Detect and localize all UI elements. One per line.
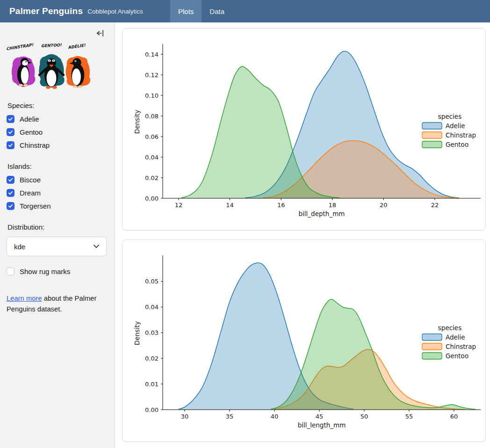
svg-text:Chinstrap: Chinstrap [446, 343, 476, 350]
svg-text:35: 35 [226, 413, 234, 420]
main-content: 1214161820220.000.020.040.060.080.100.12… [115, 22, 490, 448]
svg-text:0.05: 0.05 [145, 278, 159, 285]
svg-text:0.01: 0.01 [145, 381, 159, 388]
svg-text:0.00: 0.00 [145, 406, 159, 413]
bill-length-density-plot: 303540455055600.000.010.020.030.040.05bi… [122, 240, 485, 433]
chinstrap-label: CHINSTRAP! [7, 42, 34, 51]
navbar: Palmer Penguins Cobblepot Analytics Plot… [0, 0, 490, 22]
svg-text:Density: Density [133, 321, 141, 345]
checkbox[interactable] [7, 128, 14, 136]
checkbox-label: Torgersen [20, 202, 51, 210]
species-checkbox-gentoo[interactable]: Gentoo [7, 128, 107, 136]
checkbox-label: Chinstrap [20, 141, 50, 149]
svg-text:16: 16 [277, 202, 285, 209]
svg-text:Gentoo: Gentoo [446, 141, 468, 148]
svg-text:0.12: 0.12 [145, 72, 159, 79]
check-icon [8, 203, 13, 209]
svg-text:40: 40 [271, 413, 279, 420]
check-icon [8, 177, 13, 182]
check-icon [8, 116, 13, 122]
distribution-select[interactable]: kde [7, 237, 107, 256]
learn-more-link[interactable]: Learn more [7, 295, 42, 302]
svg-text:0.14: 0.14 [145, 51, 159, 58]
bill-depth-card: 1214161820220.000.020.040.060.080.100.12… [122, 28, 486, 231]
bill-length-card: 303540455055600.000.010.020.030.040.05bi… [122, 239, 486, 442]
svg-text:14: 14 [226, 202, 234, 209]
collapse-sidebar-button[interactable] [96, 29, 104, 37]
svg-text:0.02: 0.02 [145, 174, 159, 181]
islands-checkbox-torgersen[interactable]: Torgersen [7, 202, 107, 210]
adelie-label: ADÉLIE! [68, 43, 86, 50]
svg-text:18: 18 [328, 202, 336, 209]
nav-tabs: Plots Data [170, 0, 232, 22]
learn-more-text: Learn more about the Palmer Penguins dat… [7, 293, 108, 315]
checkbox[interactable] [7, 141, 14, 149]
islands-checkbox-dream[interactable]: Dream [7, 189, 107, 197]
checkbox-label: Biscoe [20, 176, 41, 184]
svg-text:0.04: 0.04 [145, 154, 159, 161]
svg-text:60: 60 [450, 413, 458, 420]
islands-checkbox-biscoe[interactable]: Biscoe [7, 176, 107, 184]
svg-text:species: species [438, 324, 461, 332]
svg-text:12: 12 [175, 202, 183, 209]
species-checkbox-chinstrap[interactable]: Chinstrap [7, 141, 107, 149]
gentoo-label: GENTOO! [41, 43, 63, 48]
penguins-artwork: CHINSTRAP! GENTOO! ADÉLIE! [7, 41, 107, 94]
svg-text:0.04: 0.04 [145, 303, 159, 311]
checkbox-label: Show rug marks [20, 267, 70, 275]
tab-data[interactable]: Data [202, 0, 232, 22]
checkbox-label: Gentoo [20, 128, 43, 136]
svg-text:bill_depth_mm: bill_depth_mm [299, 210, 345, 217]
svg-text:0.08: 0.08 [145, 113, 159, 120]
penguins-artwork-image: CHINSTRAP! GENTOO! ADÉLIE! [7, 41, 95, 92]
svg-text:0.02: 0.02 [145, 355, 159, 362]
app-brand: Palmer Penguins Cobblepot Analytics [0, 0, 161, 22]
species-group-label: Species: [7, 101, 107, 109]
app-title: Palmer Penguins [9, 6, 83, 16]
svg-text:Chinstrap: Chinstrap [446, 131, 476, 139]
svg-text:55: 55 [405, 413, 413, 420]
collapse-sidebar-icon [96, 29, 104, 37]
checkbox[interactable] [7, 115, 14, 123]
check-icon [8, 190, 13, 195]
svg-text:0.06: 0.06 [145, 133, 159, 140]
svg-text:30: 30 [181, 413, 189, 420]
svg-text:0.10: 0.10 [145, 92, 159, 99]
svg-text:45: 45 [316, 413, 324, 420]
tab-plots[interactable]: Plots [170, 0, 202, 22]
distribution-selected-value: kde [14, 243, 25, 251]
app-subtitle: Cobblepot Analytics [87, 8, 143, 15]
distribution-label: Distribution: [7, 223, 107, 231]
svg-text:0.03: 0.03 [145, 329, 159, 336]
svg-text:50: 50 [360, 413, 368, 420]
svg-text:0.00: 0.00 [145, 195, 159, 202]
check-icon [8, 143, 13, 148]
bill-depth-density-plot: 1214161820220.000.020.040.060.080.100.12… [122, 29, 485, 222]
show-rug-marks-checkbox[interactable]: Show rug marks [7, 267, 107, 275]
check-icon [8, 130, 13, 135]
checkbox[interactable] [7, 189, 14, 197]
chevron-down-icon [94, 245, 99, 248]
svg-text:species: species [438, 113, 461, 120]
checkbox[interactable] [7, 176, 14, 184]
sidebar: CHINSTRAP! GENTOO! ADÉLIE! Species: Adel… [0, 22, 115, 448]
species-checkbox-adelie[interactable]: Adelie [7, 115, 107, 123]
svg-text:Adelie: Adelie [446, 122, 465, 130]
svg-text:20: 20 [380, 202, 388, 209]
svg-text:22: 22 [431, 202, 439, 209]
svg-text:Gentoo: Gentoo [446, 352, 468, 360]
islands-group-label: Islands: [7, 162, 107, 170]
checkbox[interactable] [7, 202, 14, 210]
svg-text:Density: Density [133, 110, 141, 134]
checkbox[interactable] [7, 267, 14, 275]
checkbox-label: Dream [20, 189, 41, 197]
checkbox-label: Adelie [20, 115, 39, 123]
svg-text:Adelie: Adelie [446, 333, 465, 341]
svg-text:bill_length_mm: bill_length_mm [298, 421, 346, 429]
